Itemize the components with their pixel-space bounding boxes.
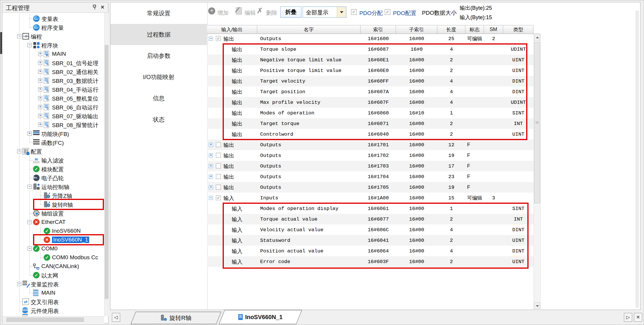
tree-item-函数(FC)[interactable]: 函数(FC) xyxy=(2,138,103,147)
expand-icon[interactable]: + xyxy=(38,105,42,109)
collapse-icon[interactable]: − xyxy=(17,282,21,286)
expand-icon[interactable]: + xyxy=(27,132,32,136)
tab-信息[interactable]: 信息 xyxy=(110,88,207,109)
pdo-assign-checkbox[interactable]: ✓ xyxy=(351,9,357,15)
tree-item-程序变量[interactable]: 程序变量 xyxy=(2,23,103,32)
edit-button[interactable]: 编辑 xyxy=(244,9,256,17)
tree-item-MAIN[interactable]: +MMAIN xyxy=(2,50,103,58)
tree-item-COM0[interactable]: −✓COM0 xyxy=(2,244,103,253)
table-row-16#1A00[interactable]: −✓输入Inputs16#1A0016#0015可编辑3 xyxy=(207,193,534,203)
tree-item-SBR_08_报警统计[interactable]: +SSBR_08_报警统计 xyxy=(2,120,103,129)
expand-icon[interactable]: + xyxy=(38,123,42,127)
expand-icon[interactable]: + xyxy=(209,143,213,147)
collapse-icon[interactable]: − xyxy=(27,185,32,189)
expand-icon[interactable]: + xyxy=(38,96,42,100)
pdo-row-checkbox[interactable] xyxy=(216,174,221,179)
tree-item-运动控制轴[interactable]: −运动控制轴 xyxy=(2,182,103,191)
add-button[interactable]: 增加 xyxy=(217,9,229,17)
table-row-16#1702[interactable]: +输出Outputs16#170216#0019F xyxy=(207,150,534,161)
close-icon[interactable]: × xyxy=(99,4,106,10)
tree-item-SBR_02_通信相关[interactable]: +SSBR_02_通信相关 xyxy=(2,67,103,76)
table-row-16#1600[interactable]: −✓输出Outputs16#160016#0025可编辑2 xyxy=(207,33,534,44)
table-row-16#1704[interactable]: +输出Outputs16#170416#0023F xyxy=(207,171,534,182)
expand-icon[interactable]: + xyxy=(209,153,213,157)
tree-item-程序块[interactable]: −程序块 xyxy=(2,41,103,50)
collapse-icon[interactable]: − xyxy=(27,220,32,224)
collapse-icon[interactable]: − xyxy=(17,149,21,153)
tab-close-icon[interactable]: ✕ xyxy=(634,313,642,322)
column-header-长度[interactable]: 长度 xyxy=(437,25,465,34)
expand-icon[interactable]: + xyxy=(209,185,213,189)
display-filter-select[interactable]: 全部显示 xyxy=(303,6,346,18)
column-header-类型[interactable]: 类型 xyxy=(503,25,534,34)
collapse-icon[interactable]: − xyxy=(209,37,213,41)
tree-item-SBR_01_信号处理[interactable]: +SSBR_01_信号处理 xyxy=(2,58,103,67)
tree-item-变量监控表[interactable]: −变量监控表 xyxy=(2,280,103,288)
tab-scroll-right-icon[interactable]: ▷ xyxy=(624,313,632,322)
tree-item-输入滤波[interactable]: ≈输入滤波 xyxy=(2,156,103,165)
column-header-SM[interactable]: SM xyxy=(484,25,503,34)
expand-icon[interactable]: + xyxy=(38,52,42,56)
tree-item-交叉引用表[interactable]: ⇄交叉引用表 xyxy=(2,297,103,306)
delete-button[interactable]: 删除 xyxy=(266,9,277,17)
document-tab-InoSV660N_1[interactable]: InoSV660N_1 xyxy=(219,310,302,324)
column-header-标志[interactable]: 标志 xyxy=(465,25,484,34)
pdo-row-checkbox[interactable]: ✓ xyxy=(216,36,221,41)
document-right-scrollbar[interactable] xyxy=(636,11,639,308)
tree-item-COM0 Modbus Cc[interactable]: ✓COM0 Modbus Cc xyxy=(2,253,103,262)
pdo-row-checkbox[interactable] xyxy=(216,185,221,190)
table-row-16#1705[interactable]: +输出Outputs16#170516#0019F xyxy=(207,182,534,193)
tab-I/O功能映射[interactable]: I/O功能映射 xyxy=(110,66,207,88)
tree-item-模块配置[interactable]: ✓模块配置 xyxy=(2,165,103,173)
tree-item-SBR_07_驱动输出[interactable]: +SSBR_07_驱动输出 xyxy=(2,111,103,120)
scroll-down-icon[interactable] xyxy=(534,302,540,309)
collapse-icon[interactable]: − xyxy=(27,43,32,47)
pin-icon[interactable] xyxy=(92,4,98,10)
collapse-icon[interactable]: − xyxy=(27,247,32,251)
table-row-16#1701[interactable]: +输出Outputs16#170116#0012F xyxy=(207,139,534,150)
pdo-row-checkbox[interactable] xyxy=(216,142,221,147)
collapse-icon[interactable]: − xyxy=(17,34,21,38)
collapse-button[interactable]: 折叠 xyxy=(280,6,301,18)
scrollbar-thumb[interactable] xyxy=(534,42,540,203)
tree-item-EtherCAT[interactable]: −×EtherCAT xyxy=(2,218,103,226)
tree-item-编程[interactable]: −⊣⊢编程 xyxy=(2,32,103,41)
tree-item-元件使用表[interactable]: 元件使用表 xyxy=(2,306,103,315)
pdo-row-checkbox[interactable] xyxy=(216,163,221,168)
tab-常规设置[interactable]: 常规设置 xyxy=(110,3,207,24)
scroll-up-icon[interactable] xyxy=(534,34,540,41)
column-header-名字[interactable]: 名字 xyxy=(257,25,361,34)
tree-item-SBR_06_自动运行[interactable]: +SSBR_06_自动运行 xyxy=(2,103,103,111)
tree-item-功能块(FB)[interactable]: +功能块(FB) xyxy=(2,129,103,138)
tree-item-变量表[interactable]: 变量表 xyxy=(2,14,103,23)
tree-item-配置[interactable]: −配置 xyxy=(2,147,103,156)
expand-icon[interactable]: + xyxy=(38,61,42,65)
tab-状态[interactable]: 状态 xyxy=(110,109,207,130)
expand-icon[interactable]: + xyxy=(209,164,213,168)
expand-icon[interactable]: + xyxy=(38,114,42,118)
pdo-config-checkbox[interactable]: ✓ xyxy=(385,9,390,15)
sidebar-vertical-scrollbar[interactable] xyxy=(104,13,109,316)
tree-item-SBR_03_数据统计[interactable]: +SSBR_03_数据统计 xyxy=(2,76,103,85)
pdo-row-checkbox[interactable]: ✓ xyxy=(216,195,221,200)
column-header-索引[interactable]: 索引 xyxy=(361,25,396,34)
column-header-输入/输出[interactable]: 输入/输出 xyxy=(207,25,257,34)
expand-icon[interactable]: + xyxy=(38,70,42,74)
tree-item-SBR_04_手动运行[interactable]: +SSBR_04_手动运行 xyxy=(2,85,103,94)
column-header-子索引[interactable]: 子索引 xyxy=(396,25,437,34)
collapse-icon[interactable]: − xyxy=(209,196,213,200)
expand-icon[interactable]: + xyxy=(38,87,42,91)
sidebar-horizontal-scrollbar[interactable] xyxy=(2,316,104,324)
expand-icon[interactable]: + xyxy=(38,78,42,83)
table-row-16#1703[interactable]: +输出Outputs16#170316#0017F xyxy=(207,161,534,171)
table-vertical-scrollbar[interactable] xyxy=(534,33,541,310)
tab-启动参数[interactable]: 启动参数 xyxy=(110,45,207,66)
pdo-row-checkbox[interactable] xyxy=(216,153,221,158)
document-tab-旋转R轴[interactable]: 旋转R轴 xyxy=(131,312,221,324)
tree-item-电子凸轮[interactable]: 电子凸轮 xyxy=(2,173,103,182)
tab-过程数据[interactable]: 过程数据 xyxy=(110,24,207,45)
tree-item-以太网[interactable]: ✓以太网 xyxy=(2,271,103,280)
expand-icon[interactable]: + xyxy=(209,175,213,179)
chevron-down-icon[interactable] xyxy=(337,7,346,17)
tab-scroll-left-icon[interactable]: ◁ xyxy=(112,313,120,322)
